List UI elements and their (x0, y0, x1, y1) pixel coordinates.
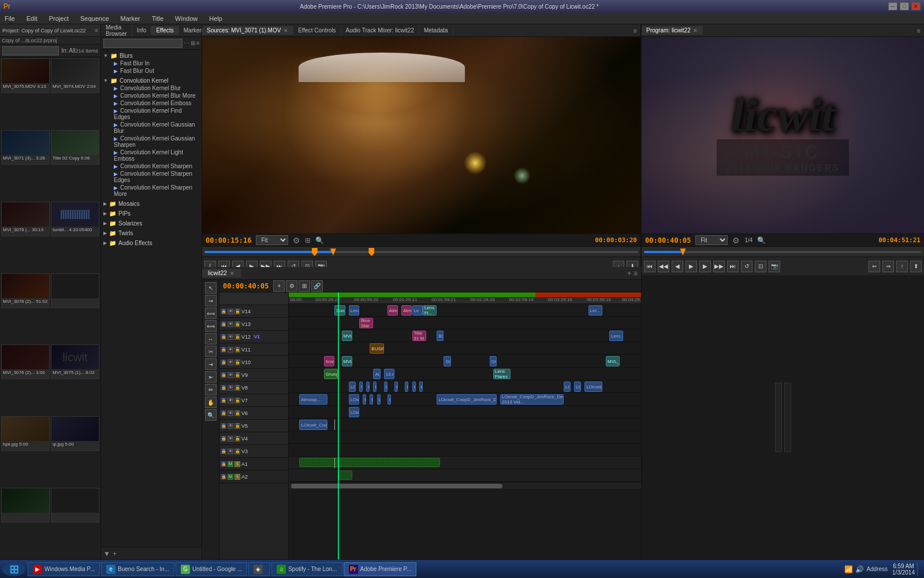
tool-slip[interactable]: ⤛ (205, 358, 217, 370)
timeline-panel-menu[interactable]: ≡ (634, 269, 638, 277)
effect-conv-sharpen-edges[interactable]: ▶Convolution Kernel Sharpen Edges (113, 170, 200, 184)
panel-menu-icon[interactable]: ≡ (95, 27, 98, 34)
clip-v14-le[interactable]: Le (412, 305, 423, 316)
clip-v8-loicx[interactable]: LOicx... (574, 381, 581, 392)
program-step-back[interactable]: ◀◀ (658, 261, 669, 272)
clip-v12-title91[interactable]: Title 91 M (412, 331, 426, 341)
track-eye-v8[interactable]: 👁 (228, 385, 233, 391)
clip-v8-loic2[interactable]: LOic (564, 381, 571, 392)
effect-conv-gaussian-blur[interactable]: ▶Convolution Kernel Gaussian Blur (113, 121, 200, 135)
program-next-edit[interactable]: ⏭ (727, 261, 739, 272)
clip-v8-lo4[interactable]: LO (394, 381, 398, 392)
track-eye-v6[interactable]: 👁 (228, 410, 233, 416)
effect-fast-blur-in[interactable]: ▶Fast Blur In (113, 60, 200, 67)
sync-lock-v11[interactable]: 🔒 (221, 347, 226, 353)
sync-lock-v13[interactable]: 🔒 (221, 321, 226, 327)
clip-v7-lo2[interactable]: LO (377, 394, 381, 405)
tab-timeline-licwit22[interactable]: licwit22 ✕ (202, 269, 241, 277)
program-zoom-icon[interactable]: 🔍 (757, 236, 766, 244)
clip-v8-lo7[interactable]: LO (419, 381, 423, 392)
clip-v10-mvl[interactable]: MVL... (342, 356, 352, 366)
program-panel-menu[interactable]: ≡ (914, 27, 924, 34)
menu-marker[interactable]: Marker (118, 14, 143, 23)
effects-icon2[interactable]: ⊞ (191, 40, 195, 46)
tool-zoom[interactable]: 🔍 (205, 409, 217, 421)
track-lock-v5[interactable]: 🔓 (234, 423, 240, 429)
list-item[interactable]: MVI_3071 (3)... 3:28 (1, 130, 50, 165)
track-eye-v7[interactable]: 👁 (228, 398, 233, 403)
tab-effect-controls[interactable]: Effect Controls (293, 26, 341, 35)
timeline-scrollbar-thumb[interactable] (291, 484, 502, 488)
taskbar-show-desktop[interactable] (917, 562, 922, 576)
folder-solarizes-header[interactable]: ▶ 📁 Solarizes (102, 220, 200, 227)
clip-v10-mvl2[interactable]: MVL_... (606, 356, 620, 366)
list-item[interactable]: MVI_3076 (2)... 3:00 (1, 344, 50, 379)
effect-conv-sharpen[interactable]: ▶Convolution Kernel Sharpen (113, 162, 200, 170)
clip-v7-atmosp[interactable]: Atmosp... (299, 394, 327, 405)
taskbar-item-media-player[interactable]: ▶ Windows Media P... (28, 562, 100, 576)
clip-v7-lo3[interactable]: LO (388, 394, 391, 405)
taskbar-item-ie1[interactable]: e Bueno Search - In... (101, 562, 174, 576)
clip-v5-loicwit-coop[interactable]: LOicwit_CoopD... (299, 420, 327, 430)
program-fit-select[interactable]: Fit 25% 50% 100% (695, 235, 728, 245)
timeline-add-track[interactable]: + (273, 280, 285, 292)
menu-window[interactable]: Window (173, 14, 200, 23)
program-trim-next[interactable]: ⇒ (882, 261, 894, 272)
program-extract[interactable]: ⬆ (910, 261, 922, 272)
clip-v7-lo1[interactable]: LO... (370, 394, 373, 405)
program-prev-edit[interactable]: ⏮ (644, 261, 655, 272)
sync-lock-v8[interactable]: 🔒 (221, 385, 226, 391)
track-eye-v12[interactable]: 👁 (228, 334, 233, 340)
clip-v12-lemc[interactable]: Lem... (609, 331, 623, 341)
menu-sequence[interactable]: Sequence (78, 14, 111, 23)
effect-conv-emboss[interactable]: ▶Convolution Kernel Emboss (113, 99, 200, 107)
clip-v8-lo6[interactable]: LO... (412, 381, 416, 392)
all-dropdown[interactable]: All (69, 47, 75, 54)
sync-lock-v4[interactable]: 🔒 (221, 436, 226, 442)
effect-conv-light-emboss[interactable]: ▶Convolution Kernel Light Emboss (113, 149, 200, 162)
track-solo-a2[interactable]: S (234, 474, 240, 480)
track-mute-a1[interactable]: M (228, 461, 233, 467)
clip-v8-loicwit-coop[interactable]: LOicwit_Coo... (584, 381, 602, 392)
taskbar-network-icon[interactable]: 📶 (844, 565, 853, 573)
sync-lock-a1[interactable]: 🔒 (221, 461, 226, 467)
track-eye-v11[interactable]: 👁 (228, 347, 233, 353)
tool-rolling[interactable]: ⟺ (205, 320, 217, 332)
menu-help[interactable]: Help (207, 14, 225, 23)
effects-icon3[interactable]: ≡ (196, 40, 200, 46)
clip-v8-lo3[interactable]: LO (384, 381, 388, 392)
tool-rate-stretch[interactable]: ↔ (205, 333, 217, 344)
menu-edit[interactable]: Edit (24, 14, 40, 23)
close-button[interactable]: ✕ (911, 2, 921, 10)
maximize-button[interactable]: □ (900, 2, 909, 10)
program-safe-margins[interactable]: ⊡ (755, 261, 766, 272)
tool-track-select[interactable]: ⇒ (205, 295, 217, 306)
source-fit-select[interactable]: Fit 25% 50% 100% (256, 235, 288, 245)
program-play[interactable]: ▶ (685, 261, 697, 272)
clip-v12-bl[interactable]: Bl... (437, 331, 444, 341)
effect-conv-find-edges[interactable]: ▶Convolution Kernel Find Edges (113, 107, 200, 121)
tab-effects[interactable]: Effects (151, 26, 178, 35)
list-item[interactable]: MVI_3079 (... 30:13 (1, 202, 50, 236)
track-lock-v12[interactable]: 🔓 (234, 334, 240, 340)
track-lock-v9[interactable]: 🔓 (234, 372, 240, 378)
folder-convolution-header[interactable]: ▼ 📁 Convolution Kernel (102, 77, 200, 84)
folder-blurs-header[interactable]: ▼ 📁 Blurs (102, 52, 200, 60)
program-lift[interactable]: ↑ (896, 261, 908, 272)
clip-v7-h[interactable]: H (363, 394, 366, 405)
timeline-settings[interactable]: ⚙ (286, 280, 297, 292)
list-item[interactable]: licwit MVI_3075 (1)... 8:02 (51, 344, 99, 379)
sync-lock-v14[interactable]: 🔒 (221, 309, 226, 314)
clip-v12-mvi[interactable]: MVL (342, 331, 352, 341)
clip-v9-lensflares[interactable]: Lens Flares (493, 369, 511, 379)
tool-hand[interactable]: ✋ (205, 397, 217, 408)
clip-v7-loicwit-coopc-jimrock-dec[interactable]: LOicwit_CoopD_JimRock_Dec... (437, 394, 497, 405)
track-lock-v10[interactable]: 🔓 (234, 360, 240, 365)
clip-v10-gnu[interactable]: Gnu... (490, 356, 497, 366)
effect-conv-sharpen-more[interactable]: ▶Convolution Kernel Sharpen More (113, 184, 200, 198)
timeline-add-tab[interactable]: + (627, 269, 631, 277)
source-grid-icon[interactable]: ⊞ (305, 236, 311, 244)
menu-project[interactable]: Project (47, 14, 71, 23)
folder-audio-effects-header[interactable]: ▶ 📁 Audio Effects (102, 239, 200, 247)
menu-title[interactable]: Title (150, 14, 166, 23)
